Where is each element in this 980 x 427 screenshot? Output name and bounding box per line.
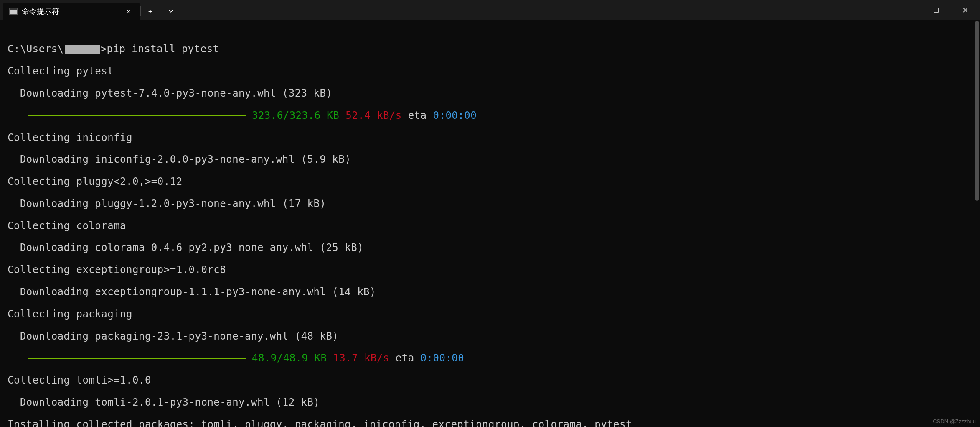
output-line: Downloading pluggy-1.2.0-py3-none-any.wh… [8,198,972,209]
cmd-icon [9,8,18,15]
download-speed: 13.7 kB/s [327,352,389,364]
eta-label: eta [402,110,433,121]
eta-value: 0:00:00 [421,352,465,364]
output-line: Downloading pytest-7.4.0-py3-none-any.wh… [8,88,972,99]
close-tab-icon[interactable]: ✕ [124,6,134,16]
download-size: 323.6/323.6 KB [246,110,339,121]
watermark: CSDN @Zzzzhuu [933,418,976,424]
prompt-path-suffix: > [101,43,107,55]
maximize-button[interactable] [922,0,951,20]
tab-dropdown-icon[interactable] [160,3,181,20]
window-controls [892,0,980,20]
svg-rect-1 [934,8,938,12]
tab-command-prompt[interactable]: 命令提示符 ✕ [3,3,140,20]
output-line: Downloading tomli-2.0.1-py3-none-any.whl… [8,397,972,408]
output-line: Installing collected packages: tomli, pl… [8,419,972,427]
scrollbar-thumb[interactable] [975,21,979,201]
redacted-username [65,45,100,54]
eta-label: eta [389,352,421,364]
progress-line: 48.9/48.9 KB 13.7 kB/s eta 0:00:00 [8,353,972,363]
output-line: Collecting iniconfig [8,132,972,143]
eta-value: 0:00:00 [433,110,477,121]
output-line: Downloading packaging-23.1-py3-none-any.… [8,331,972,342]
titlebar: 命令提示符 ✕ + [0,0,980,20]
close-button[interactable] [951,0,980,20]
download-size: 48.9/48.9 KB [246,352,327,364]
output-line: Collecting exceptiongroup>=1.0.0rc8 [8,264,972,275]
output-line: Collecting tomli>=1.0.0 [8,375,972,386]
output-line: Downloading iniconfig-2.0.0-py3-none-any… [8,154,972,165]
tab-actions: + [140,3,181,20]
output-line: Downloading colorama-0.4.6-py2.py3-none-… [8,242,972,253]
output-line: Collecting packaging [8,309,972,320]
progress-bar [28,358,246,359]
scrollbar[interactable] [974,21,980,427]
progress-bar [28,115,246,116]
terminal-content[interactable]: C:\Users\>pip install pytest Collecting … [0,20,980,427]
output-line: Collecting pytest [8,66,972,77]
command-text: pip install pytest [107,43,219,55]
minimize-button[interactable] [892,0,922,20]
prompt-path-prefix: C:\Users\ [8,43,64,55]
download-speed: 52.4 kB/s [339,110,402,121]
output-line: Downloading exceptiongroup-1.1.1-py3-non… [8,286,972,297]
progress-line: 323.6/323.6 KB 52.4 kB/s eta 0:00:00 [8,110,972,121]
new-tab-button[interactable]: + [141,3,160,20]
output-line: Collecting colorama [8,220,972,231]
tab-title: 命令提示符 [22,6,119,16]
output-line: Collecting pluggy<2.0,>=0.12 [8,176,972,187]
prompt-line: C:\Users\>pip install pytest [8,43,972,54]
